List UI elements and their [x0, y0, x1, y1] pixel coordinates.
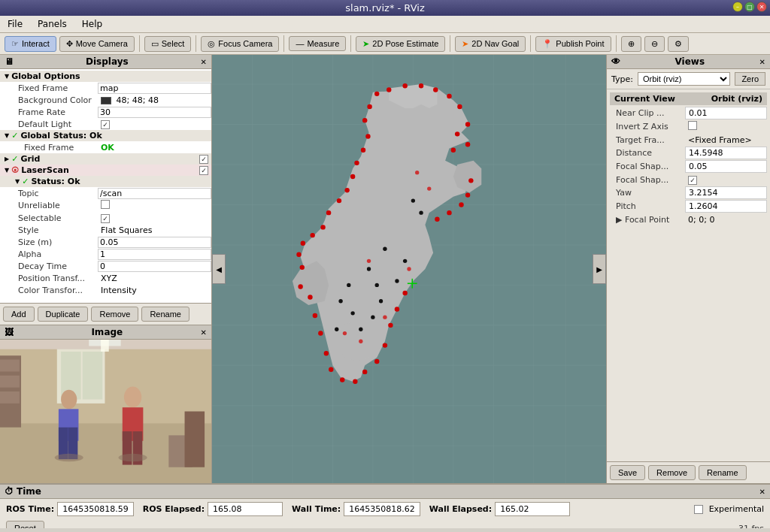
timebar-close-icon[interactable]: ✕	[759, 488, 765, 496]
wall-elapsed-field: Wall Elapsed: 165.02	[429, 502, 570, 516]
svg-point-82	[310, 233, 314, 237]
view-type-select[interactable]: Orbit (rviz)	[638, 72, 730, 86]
svg-point-79	[300, 265, 305, 270]
global-status-header[interactable]: ▼ ✓ Global Status: Ok	[0, 130, 211, 141]
views-close-icon[interactable]: ✕	[759, 58, 765, 66]
remove-button[interactable]: Remove	[91, 307, 138, 322]
default-light-checkbox[interactable]	[101, 120, 110, 129]
minimize-button[interactable]: –	[732, 2, 743, 12]
laser-visible-checkbox[interactable]	[199, 166, 208, 175]
experimental-checkbox[interactable]	[694, 505, 703, 514]
laser-status-ok: ✓	[22, 177, 29, 186]
plus-icon: ⊕	[628, 39, 635, 49]
toolbar: ☞ Interact ✥ Move Camera ▭ Select ◎ Focu…	[0, 33, 770, 55]
nav-icon: ➤	[462, 39, 468, 49]
svg-point-91	[362, 118, 367, 122]
focus-camera-button[interactable]: ◎ Focus Camera	[201, 36, 279, 52]
laserscan-header[interactable]: ▼ ⦿ LaserScan	[0, 165, 211, 176]
svg-point-69	[374, 359, 379, 364]
svg-point-85	[337, 198, 341, 203]
displays-close-icon[interactable]: ✕	[201, 58, 207, 66]
svg-point-98	[383, 247, 387, 251]
viewport-svg	[212, 55, 606, 483]
grid-visible-checkbox[interactable]	[199, 155, 208, 164]
publish-point-button[interactable]: 📍 Publish Point	[535, 36, 611, 52]
toolbar-separator-5	[450, 35, 450, 52]
grid-header[interactable]: ▶ ✓ Grid	[0, 153, 211, 165]
near-clip-row: Near Clip ... 0.01	[610, 107, 767, 120]
pitch-row: Pitch 1.2604	[610, 200, 767, 213]
close-button[interactable]: ✕	[756, 2, 767, 12]
pose-estimate-button[interactable]: ➤ 2D Pose Estimate	[356, 36, 445, 52]
menu-panels[interactable]: Panels	[33, 17, 71, 31]
svg-point-80	[296, 252, 301, 257]
svg-point-83	[320, 225, 325, 229]
displays-buttons: Add Duplicate Remove Rename	[0, 303, 211, 325]
settings-button[interactable]: ⚙	[668, 36, 689, 52]
svg-rect-2	[0, 340, 211, 423]
reset-button[interactable]: Reset	[6, 521, 44, 528]
laser-status-header[interactable]: ▼ ✓ Status: Ok	[0, 176, 211, 187]
grid-expand-icon: ▶	[5, 156, 9, 162]
distance-row: Distance 14.5948	[610, 147, 767, 160]
svg-point-107	[419, 210, 423, 214]
select-button[interactable]: ▭ Select	[144, 36, 192, 52]
global-options-header[interactable]: ▼ Global Options	[0, 71, 211, 82]
viewport-right-arrow[interactable]: ▶	[593, 254, 606, 284]
svg-point-59	[451, 148, 456, 153]
focal-shape-checkbox[interactable]	[688, 176, 697, 185]
minus-button[interactable]: ⊖	[644, 36, 665, 52]
svg-point-10	[61, 390, 77, 409]
status-fixed-frame-prop: Fixed Frame OK	[0, 141, 211, 153]
menu-help[interactable]: Help	[77, 17, 107, 31]
svg-point-95	[375, 283, 379, 287]
measure-button[interactable]: — Measure	[289, 36, 346, 51]
selectable-checkbox[interactable]	[101, 214, 110, 223]
add-button[interactable]: Add	[3, 307, 35, 322]
views-rename-button[interactable]: Rename	[699, 465, 747, 480]
rename-button[interactable]: Rename	[141, 307, 189, 322]
zero-button[interactable]: Zero	[735, 72, 765, 86]
toolbar-separator-3	[283, 35, 284, 52]
svg-rect-9	[0, 391, 20, 404]
color-swatch[interactable]	[101, 97, 111, 104]
viewport-3d[interactable]: ◀ ▶	[212, 55, 606, 483]
current-view-header: Current View Orbit (rviz)	[610, 92, 767, 105]
camera-view	[0, 340, 211, 483]
style-prop: Style Flat Squares	[0, 224, 211, 236]
svg-point-84	[326, 210, 331, 215]
maximize-button[interactable]: □	[744, 2, 755, 12]
nav-goal-button[interactable]: ➤ 2D Nav Goal	[455, 36, 526, 52]
svg-point-105	[335, 328, 338, 331]
wall-elapsed-label: Wall Elapsed:	[429, 504, 492, 514]
views-panel-header: 👁 Views ✕	[607, 55, 770, 69]
svg-point-111	[343, 331, 347, 335]
svg-point-103	[350, 311, 354, 315]
svg-point-104	[359, 328, 362, 331]
pose-icon: ➤	[362, 39, 369, 49]
svg-rect-5	[83, 352, 103, 400]
topic-prop: Topic /scan	[0, 187, 211, 199]
svg-point-68	[383, 343, 387, 347]
image-close-icon[interactable]: ✕	[201, 328, 207, 337]
move-icon: ✥	[66, 39, 73, 49]
svg-point-77	[308, 295, 312, 299]
toolbar-separator-2	[196, 35, 196, 52]
move-camera-button[interactable]: ✥ Move Camera	[59, 36, 135, 52]
svg-point-108	[367, 259, 371, 263]
wall-time-label: Wall Time:	[292, 504, 341, 514]
interact-button[interactable]: ☞ Interact	[5, 36, 56, 52]
views-remove-button[interactable]: Remove	[648, 465, 696, 480]
viewport-left-arrow[interactable]: ◀	[212, 254, 226, 284]
cursor-icon: ☞	[11, 39, 19, 49]
yaw-row: Yaw 3.2154	[610, 186, 767, 200]
invert-z-checkbox[interactable]	[688, 121, 697, 130]
default-light-prop: Default Light	[0, 118, 211, 130]
displays-icon: 🖥	[5, 56, 14, 67]
menu-file[interactable]: File	[3, 17, 27, 31]
unreliable-checkbox[interactable]	[101, 200, 110, 209]
views-save-button[interactable]: Save	[610, 465, 645, 480]
duplicate-button[interactable]: Duplicate	[38, 307, 89, 322]
selectable-prop: Selectable	[0, 212, 211, 224]
plus-button[interactable]: ⊕	[621, 36, 641, 52]
